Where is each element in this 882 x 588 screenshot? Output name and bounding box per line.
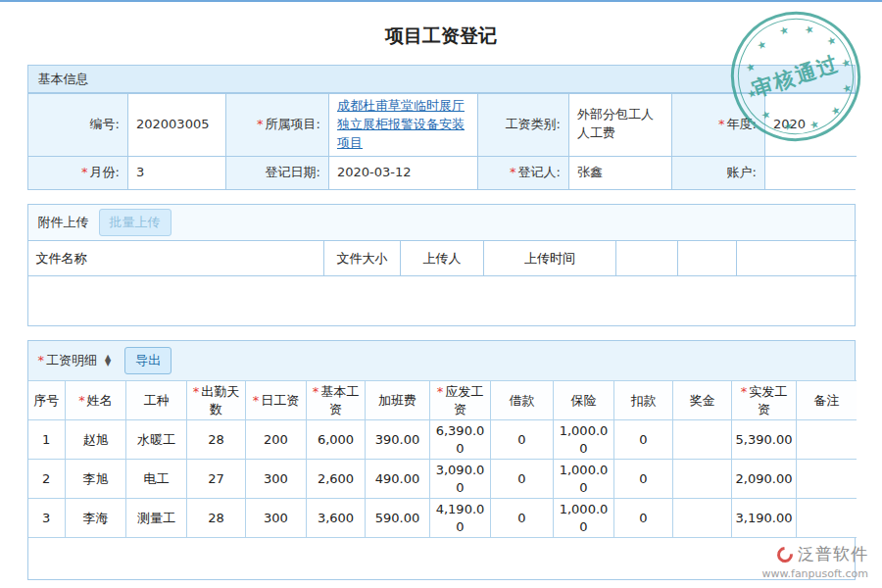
export-button[interactable]: 导出 bbox=[124, 347, 172, 374]
field-value-salary-type: 外部分包工人人工费 bbox=[569, 94, 672, 157]
salary-cell: 6,390.00 bbox=[430, 420, 491, 460]
field-label-salary-type: 工资类别: bbox=[478, 94, 569, 157]
field-label-project: *所属项目: bbox=[226, 94, 329, 157]
sort-icon[interactable]: ▲▼ bbox=[105, 355, 111, 367]
salary-cell: 0 bbox=[491, 460, 554, 499]
attachments-toolbar: 附件上传 批量上传 bbox=[28, 205, 855, 240]
salary-cell: 300 bbox=[246, 460, 307, 499]
project-link[interactable]: 成都杜甫草堂临时展厅独立展柜报警设备安装项目 bbox=[337, 98, 465, 150]
page-title: 项目工资登记 bbox=[0, 2, 882, 65]
brand-url: www.fanpusoft.com bbox=[762, 567, 868, 580]
field-label-month: *月份: bbox=[28, 156, 128, 189]
salary-cell: 390.00 bbox=[366, 420, 430, 460]
salary-cell: 28 bbox=[187, 420, 246, 460]
salary-cell: 李海 bbox=[66, 499, 126, 538]
field-label-number: 编号: bbox=[28, 94, 128, 157]
page: 项目工资登记 ★ ★ ★ ★ ★ ★ ★ ★ ★ ★ ★ ★ 审核通过 基本信息… bbox=[0, 2, 882, 588]
salary-cell: 28 bbox=[187, 499, 246, 538]
field-value-account bbox=[765, 156, 857, 189]
salary-cell: 5,390.00 bbox=[732, 420, 797, 460]
salary-cell: 0 bbox=[614, 420, 673, 460]
salary-cell: 水暖工 bbox=[126, 420, 187, 460]
basic-info-section: 基本信息 编号: 202003005 *所属项目: 成都杜甫草堂临时展厅独立展柜… bbox=[27, 65, 856, 190]
fanpusoft-logo-icon bbox=[774, 543, 797, 565]
salary-cell: 0 bbox=[614, 460, 673, 499]
table-row[interactable]: 3李海测量工283003,600590.004,190.0001,000.000… bbox=[28, 499, 857, 538]
attach-col-header: 上传时间 bbox=[484, 241, 616, 276]
salary-cell: 2 bbox=[28, 460, 66, 499]
footer-brand: 泛普软件 www.fanpusoft.com bbox=[762, 543, 868, 580]
attach-col-header: 文件名称 bbox=[28, 241, 324, 276]
basic-info-header: 基本信息 bbox=[28, 66, 855, 93]
salary-cell: 0 bbox=[491, 420, 554, 460]
field-value-reg-date: 2020-03-12 bbox=[329, 156, 478, 189]
salary-cell: 2,090.00 bbox=[732, 460, 797, 499]
attach-col-header bbox=[737, 241, 857, 276]
attach-head-row: 文件名称文件大小上传人上传时间 bbox=[28, 241, 857, 276]
salary-cell: 6,000 bbox=[307, 420, 366, 460]
salary-col-header: 奖金 bbox=[673, 381, 732, 420]
salary-col-header: 借款 bbox=[491, 381, 554, 420]
table-row[interactable]: 1赵旭水暖工282006,000390.006,390.0001,000.000… bbox=[28, 420, 857, 460]
salary-cell: 3 bbox=[28, 499, 66, 538]
salary-head-row: 序号*姓名工种*出勤天数*日工资*基本工资加班费*应发工资借款保险扣款奖金*实发… bbox=[28, 381, 857, 420]
salary-cell: 赵旭 bbox=[66, 420, 126, 460]
attach-col-header bbox=[678, 241, 737, 276]
field-value-number: 202003005 bbox=[128, 94, 226, 157]
table-row[interactable]: 2李旭电工273002,600490.003,090.0001,000.0002… bbox=[28, 460, 857, 499]
salary-cell: 电工 bbox=[126, 460, 187, 499]
salary-table: 序号*姓名工种*出勤天数*日工资*基本工资加班费*应发工资借款保险扣款奖金*实发… bbox=[28, 380, 857, 538]
salary-cell: 1,000.00 bbox=[554, 420, 614, 460]
basic-info-form: 编号: 202003005 *所属项目: 成都杜甫草堂临时展厅独立展柜报警设备安… bbox=[28, 93, 857, 189]
salary-cell: 1,000.00 bbox=[554, 460, 614, 499]
salary-details-title: *工资明细 bbox=[38, 352, 98, 369]
field-value-registrant: 张鑫 bbox=[569, 156, 672, 189]
field-value-month: 3 bbox=[128, 156, 226, 189]
salary-col-header: 工种 bbox=[126, 381, 187, 420]
salary-col-header: *姓名 bbox=[66, 381, 126, 420]
salary-col-header: 保险 bbox=[554, 381, 614, 420]
salary-col-header: 序号 bbox=[28, 381, 66, 420]
brand-name: 泛普软件 bbox=[798, 543, 868, 565]
salary-cell: 27 bbox=[187, 460, 246, 499]
field-label-registrant: *登记人: bbox=[478, 156, 569, 189]
salary-cell: 0 bbox=[491, 499, 554, 538]
attach-col-header: 文件大小 bbox=[324, 241, 401, 276]
attachments-section: 附件上传 批量上传 文件名称文件大小上传人上传时间 bbox=[27, 204, 856, 326]
salary-col-header: *应发工资 bbox=[430, 381, 491, 420]
salary-cell: 490.00 bbox=[366, 460, 430, 499]
attachments-table: 文件名称文件大小上传人上传时间 bbox=[28, 240, 857, 276]
batch-upload-button[interactable]: 批量上传 bbox=[99, 209, 172, 236]
salary-table-body: 1赵旭水暖工282006,000390.006,390.0001,000.000… bbox=[28, 420, 857, 538]
attach-col-header: 上传人 bbox=[401, 241, 484, 276]
salary-col-header: 备注 bbox=[797, 381, 857, 420]
field-label-account: 账户: bbox=[672, 156, 765, 189]
salary-cell: 3,090.00 bbox=[430, 460, 491, 499]
salary-col-header: *实发工资 bbox=[732, 381, 797, 420]
field-value-year: 2020 bbox=[765, 94, 857, 157]
salary-cell: 2,600 bbox=[307, 460, 366, 499]
salary-cell: 1 bbox=[28, 420, 66, 460]
salary-cell: 200 bbox=[246, 420, 307, 460]
salary-cell: 590.00 bbox=[366, 499, 430, 538]
attachments-empty-area bbox=[28, 276, 855, 325]
salary-details-section: *工资明细 ▲▼ 导出 序号*姓名工种*出勤天数*日工资*基本工资加班费*应发工… bbox=[27, 340, 856, 580]
salary-cell: 0 bbox=[614, 499, 673, 538]
salary-cell: 测量工 bbox=[126, 499, 187, 538]
salary-cell: 1,000.00 bbox=[554, 499, 614, 538]
field-label-reg-date: 登记日期: bbox=[226, 156, 329, 189]
salary-col-header: 扣款 bbox=[614, 381, 673, 420]
field-label-year: *年度: bbox=[672, 94, 765, 157]
salary-cell bbox=[673, 499, 732, 538]
field-value-project: 成都杜甫草堂临时展厅独立展柜报警设备安装项目 bbox=[329, 94, 478, 157]
salary-col-header: *出勤天数 bbox=[187, 381, 246, 420]
salary-cell: 300 bbox=[246, 499, 307, 538]
salary-col-header: 加班费 bbox=[366, 381, 430, 420]
salary-cell: 4,190.00 bbox=[430, 499, 491, 538]
salary-cell: 3,600 bbox=[307, 499, 366, 538]
salary-col-header: *基本工资 bbox=[307, 381, 366, 420]
attachments-title: 附件上传 bbox=[38, 214, 89, 231]
salary-details-toolbar: *工资明细 ▲▼ 导出 bbox=[28, 341, 855, 380]
salary-col-header: *日工资 bbox=[246, 381, 307, 420]
salary-cell: 李旭 bbox=[66, 460, 126, 499]
